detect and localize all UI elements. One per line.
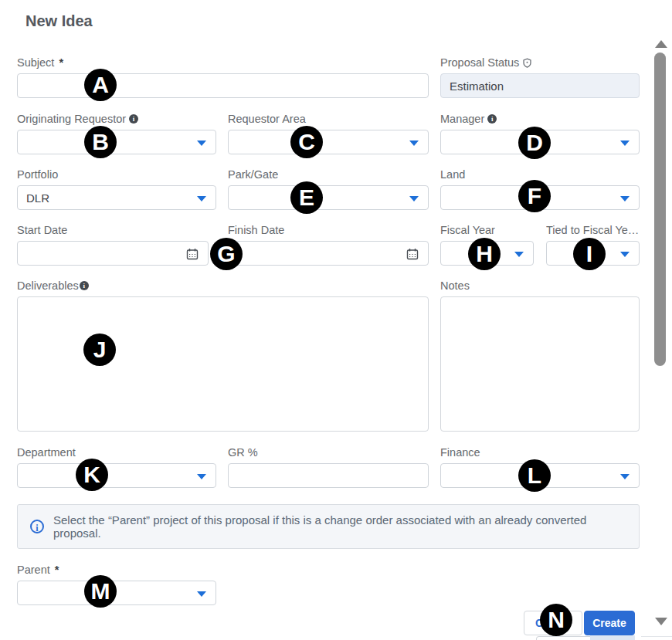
department-dropdown[interactable] bbox=[17, 463, 216, 488]
parent-info-message: Select the “Parent” project of this prop… bbox=[53, 513, 626, 540]
new-idea-dialog: New Idea Subject* Proposal Status Estima… bbox=[0, 0, 672, 640]
park-gate-field-group: Park/Gate bbox=[228, 168, 429, 210]
parent-field-group: Parent* bbox=[17, 564, 216, 605]
subject-input[interactable] bbox=[17, 73, 429, 98]
proposal-status-label: Proposal Status bbox=[440, 56, 519, 69]
portfolio-value: DLR bbox=[26, 191, 49, 205]
chevron-down-icon bbox=[409, 196, 419, 201]
required-asterisk: * bbox=[55, 564, 59, 576]
parent-label: Parent bbox=[17, 564, 50, 576]
calendar-icon[interactable] bbox=[406, 248, 419, 260]
portfolio-label: Portfolio bbox=[17, 168, 58, 181]
fiscal-year-label: Fiscal Year bbox=[440, 224, 495, 236]
chevron-down-icon bbox=[197, 474, 206, 479]
notes-field-group: Notes bbox=[440, 279, 640, 432]
info-circle-icon: i bbox=[30, 520, 44, 533]
parent-info-banner: i Select the “Parent” project of this pr… bbox=[17, 504, 640, 549]
gr-percent-field-group: GR % bbox=[228, 446, 429, 488]
som-marker-M: M bbox=[84, 575, 117, 608]
calendar-icon[interactable] bbox=[186, 248, 199, 260]
som-marker-A: A bbox=[84, 69, 117, 101]
department-field-group: Department bbox=[17, 446, 216, 488]
som-marker-K: K bbox=[76, 459, 108, 491]
scrollbar-thumb[interactable] bbox=[654, 52, 666, 366]
department-label: Department bbox=[17, 446, 76, 459]
system-field-shield-icon bbox=[522, 58, 532, 68]
cut-off-button-edge bbox=[590, 635, 635, 640]
portfolio-field-group: Portfolio DLR bbox=[17, 168, 216, 210]
finance-label: Finance bbox=[440, 446, 480, 459]
som-marker-J: J bbox=[83, 334, 116, 366]
som-marker-H: H bbox=[468, 238, 501, 270]
required-asterisk: * bbox=[59, 56, 63, 69]
scrollbar-down-arrow[interactable] bbox=[655, 618, 667, 625]
chevron-down-icon bbox=[197, 591, 206, 597]
start-date-field-group: Start Date bbox=[17, 224, 209, 266]
chevron-down-icon bbox=[409, 141, 419, 146]
manager-label: Manager bbox=[440, 113, 484, 125]
chevron-down-icon bbox=[620, 196, 630, 201]
finish-date-label: Finish Date bbox=[228, 224, 284, 236]
portfolio-dropdown[interactable]: DLR bbox=[17, 185, 216, 210]
land-label: Land bbox=[440, 168, 465, 181]
info-icon: i bbox=[129, 114, 138, 124]
create-button[interactable]: Create bbox=[584, 611, 635, 635]
chevron-down-icon bbox=[514, 252, 524, 257]
subject-label: Subject bbox=[17, 56, 54, 69]
som-marker-E: E bbox=[290, 181, 323, 214]
notes-textarea[interactable] bbox=[440, 296, 640, 432]
som-marker-B: B bbox=[84, 126, 117, 158]
cut-off-button-edge bbox=[536, 636, 596, 640]
som-marker-D: D bbox=[518, 127, 551, 159]
cut-off-divider bbox=[641, 636, 672, 637]
finish-date-field-group: Finish Date bbox=[228, 224, 429, 266]
scrollbar-up-arrow[interactable] bbox=[655, 40, 667, 48]
deliverables-field-group: Deliverablesi bbox=[17, 279, 429, 432]
som-marker-N: N bbox=[540, 604, 572, 636]
subject-field-group: Subject* bbox=[17, 56, 429, 98]
tied-to-fiscal-year-label: Tied to Fiscal Ye… bbox=[546, 224, 639, 236]
parent-dropdown[interactable] bbox=[17, 581, 216, 605]
som-marker-C: C bbox=[290, 126, 323, 158]
gr-percent-label: GR % bbox=[228, 446, 258, 459]
chevron-down-icon bbox=[620, 252, 630, 257]
originating-requestor-field-group: Originating Requestori bbox=[17, 113, 216, 154]
proposal-status-value: Estimation bbox=[440, 73, 640, 98]
som-marker-G: G bbox=[210, 238, 243, 270]
info-icon: i bbox=[80, 281, 89, 290]
start-date-label: Start Date bbox=[17, 224, 67, 236]
page-title: New Idea bbox=[25, 12, 93, 30]
finish-date-input[interactable] bbox=[228, 241, 429, 266]
deliverables-label: Deliverables bbox=[17, 279, 79, 292]
som-marker-I: I bbox=[573, 238, 606, 270]
chevron-down-icon bbox=[197, 141, 206, 146]
gr-percent-input[interactable] bbox=[228, 463, 429, 488]
som-marker-F: F bbox=[518, 180, 551, 212]
chevron-down-icon bbox=[620, 474, 630, 479]
info-icon: i bbox=[487, 114, 497, 124]
deliverables-textarea[interactable] bbox=[17, 296, 429, 432]
park-gate-dropdown[interactable] bbox=[228, 185, 429, 210]
park-gate-label: Park/Gate bbox=[228, 168, 278, 181]
notes-label: Notes bbox=[440, 279, 470, 292]
start-date-input[interactable] bbox=[17, 241, 209, 266]
requestor-area-dropdown[interactable] bbox=[228, 130, 429, 154]
chevron-down-icon bbox=[197, 196, 206, 201]
originating-requestor-label: Originating Requestor bbox=[17, 113, 126, 125]
originating-requestor-dropdown[interactable] bbox=[17, 130, 216, 154]
chevron-down-icon bbox=[620, 141, 630, 146]
requestor-area-label: Requestor Area bbox=[228, 113, 306, 125]
som-marker-L: L bbox=[518, 459, 551, 492]
requestor-area-field-group: Requestor Area bbox=[228, 113, 429, 154]
proposal-status-field-group: Proposal Status Estimation bbox=[440, 56, 640, 98]
